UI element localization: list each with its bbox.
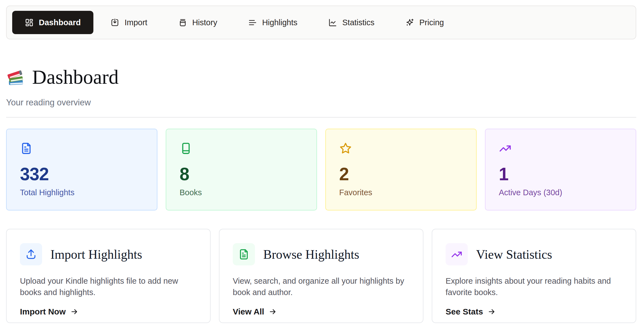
action-card-title: Import Highlights	[50, 247, 142, 262]
view-all-link[interactable]: View All	[233, 307, 277, 316]
tab-history[interactable]: History	[178, 18, 217, 27]
stat-label: Active Days (30d)	[499, 188, 622, 197]
stat-label: Total Highlights	[20, 188, 144, 197]
tab-dashboard[interactable]: Dashboard	[12, 11, 93, 34]
arrow-right-icon	[269, 308, 277, 316]
action-card-description: Explore insights about your reading habi…	[446, 275, 622, 298]
arrow-right-icon	[70, 308, 78, 316]
stat-card-total-highlights: 332 Total Highlights	[6, 129, 157, 210]
dashboard-icon	[25, 18, 34, 27]
trending-up-icon	[499, 142, 512, 155]
file-text-icon	[20, 142, 33, 155]
trending-up-icon-tile	[446, 243, 468, 265]
tab-label: Dashboard	[39, 18, 81, 27]
highlights-icon	[248, 18, 257, 27]
tab-label: Highlights	[262, 18, 297, 27]
action-card-statistics: View Statistics Explore insights about y…	[432, 229, 636, 323]
link-label: See Stats	[446, 307, 483, 316]
page: Dashboard Import History Highlights	[0, 0, 644, 323]
action-card-title: View Statistics	[476, 247, 552, 262]
statistics-icon	[328, 18, 337, 27]
book-icon	[180, 142, 192, 155]
file-text-icon	[238, 248, 250, 260]
link-label: View All	[233, 307, 264, 316]
tab-label: Statistics	[342, 18, 374, 27]
stat-card-favorites: 2 Favorites	[325, 129, 477, 210]
action-card-header: Import Highlights	[20, 243, 197, 265]
stat-card-books: 8 Books	[166, 129, 317, 210]
action-card-header: Browse Highlights	[233, 243, 410, 265]
import-icon	[111, 18, 119, 27]
tab-label: Pricing	[419, 18, 444, 27]
page-title: Dashboard	[32, 67, 119, 87]
action-card-description: View, search, and organize all your high…	[233, 275, 410, 298]
tab-highlights[interactable]: Highlights	[248, 18, 297, 27]
arrow-right-icon	[487, 308, 496, 316]
action-card-browse: Browse Highlights View, search, and orga…	[219, 229, 423, 323]
pricing-icon	[405, 18, 414, 27]
page-subtitle: Your reading overview	[6, 98, 636, 108]
import-now-link[interactable]: Import Now	[20, 307, 78, 316]
action-card-description: Upload your Kindle highlights file to ad…	[20, 275, 197, 298]
see-stats-link[interactable]: See Stats	[446, 307, 496, 316]
top-navbar: Dashboard Import History Highlights	[6, 6, 636, 39]
stat-label: Books	[180, 188, 303, 197]
trending-up-icon	[451, 248, 462, 260]
file-text-icon-tile	[233, 243, 255, 265]
tab-pricing[interactable]: Pricing	[405, 18, 444, 27]
tab-import[interactable]: Import	[111, 18, 147, 27]
header-divider	[6, 117, 636, 118]
actions-grid: Import Highlights Upload your Kindle hig…	[6, 229, 636, 323]
history-icon	[178, 18, 187, 27]
stat-card-active-days: 1 Active Days (30d)	[485, 129, 636, 210]
books-emoji	[6, 68, 25, 87]
star-icon	[339, 142, 352, 155]
stat-value: 8	[180, 165, 303, 183]
tab-statistics[interactable]: Statistics	[328, 18, 374, 27]
page-header: Dashboard	[6, 67, 636, 87]
stat-value: 2	[339, 165, 463, 183]
stat-value: 332	[20, 165, 144, 183]
stats-grid: 332 Total Highlights 8 Books 2 Favorites…	[6, 129, 636, 210]
upload-icon-tile	[20, 243, 42, 265]
action-card-import: Import Highlights Upload your Kindle hig…	[6, 229, 211, 323]
stat-label: Favorites	[339, 188, 463, 197]
action-card-title: Browse Highlights	[263, 247, 359, 262]
link-label: Import Now	[20, 307, 66, 316]
stat-value: 1	[499, 165, 622, 183]
tab-label: History	[192, 18, 217, 27]
tab-label: Import	[124, 18, 147, 27]
upload-icon	[25, 248, 37, 260]
action-card-header: View Statistics	[446, 243, 622, 265]
